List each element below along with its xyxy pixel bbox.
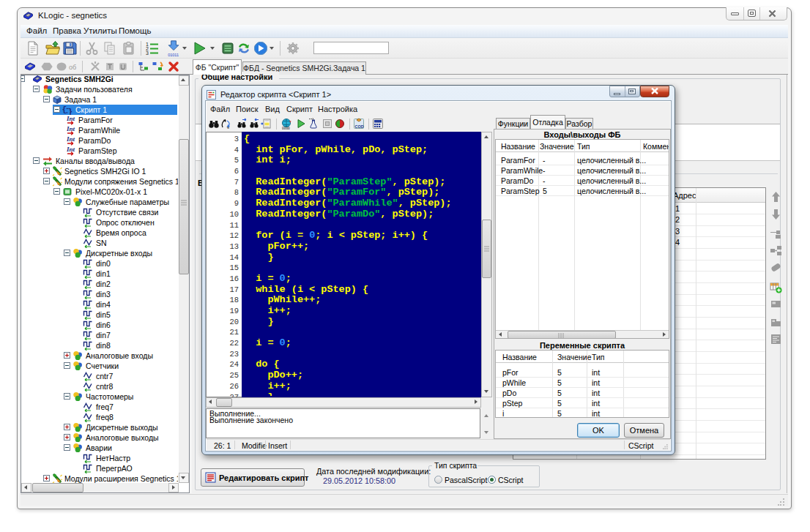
svg-text:0000: 0000 bbox=[282, 127, 290, 130]
svg-text:s: s bbox=[227, 125, 229, 130]
svg-text:3: 3 bbox=[146, 50, 149, 56]
svg-text:об: об bbox=[69, 64, 76, 71]
svg-text:COD: COD bbox=[355, 124, 364, 129]
svg-text:01011: 01011 bbox=[168, 53, 179, 57]
